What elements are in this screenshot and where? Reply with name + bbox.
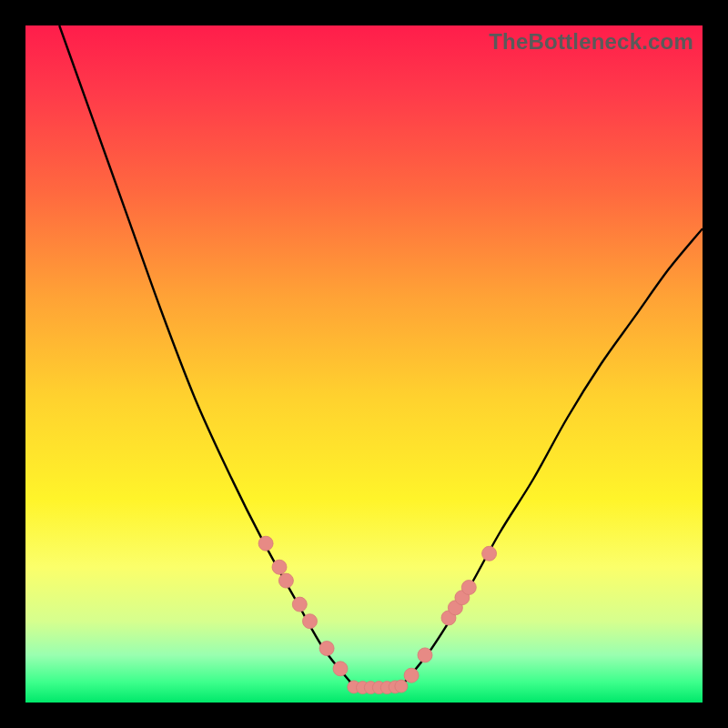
data-marker	[292, 597, 307, 612]
markers-right	[404, 546, 496, 682]
data-marker	[395, 680, 408, 693]
data-marker	[303, 614, 318, 629]
data-marker	[272, 560, 287, 574]
v-curve-path	[59, 25, 703, 690]
chart-frame: TheBottleneck.com	[0, 0, 728, 728]
data-marker	[404, 668, 419, 682]
markers-floor	[348, 680, 408, 694]
data-marker	[333, 662, 348, 676]
data-marker	[418, 648, 432, 662]
data-marker	[258, 536, 273, 551]
data-marker	[482, 546, 497, 561]
data-marker	[278, 573, 293, 588]
data-marker	[319, 642, 334, 656]
data-marker	[461, 581, 476, 595]
plot-area: TheBottleneck.com	[25, 25, 703, 703]
bottleneck-curve	[25, 25, 703, 703]
